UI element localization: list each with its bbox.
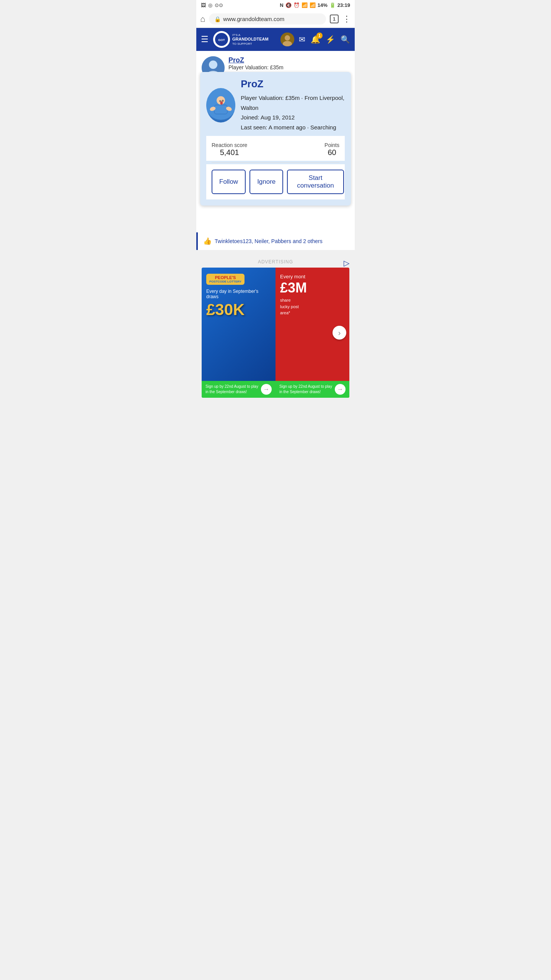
ignore-button[interactable]: Ignore <box>249 170 283 194</box>
advertising-section: ADVERTISING ▷ PEOPLE'S POSTCODE LOTTERY … <box>196 255 355 402</box>
ad-right-text: share lucky post area* <box>280 297 345 316</box>
tooltip-info-block: ProZ Player Valuation: £35m · From Liver… <box>241 78 345 132</box>
status-right: N 🔇 ⏰ 📶 📶 14% 🔋 23:19 <box>280 2 350 8</box>
lottery-logo-bottom: POSTCODE LOTTERY <box>209 280 241 283</box>
svg-point-3 <box>285 35 290 41</box>
tooltip-last-seen: Last seen: A moment ago · Searching <box>241 122 345 132</box>
user-avatar[interactable] <box>280 33 294 46</box>
logo-tagline: TO SUPPORT <box>232 42 269 46</box>
ad-label: ADVERTISING <box>202 259 349 265</box>
ad-right-every-month: Every mont <box>280 274 345 279</box>
stats-row: Reaction score 5,401 Points 60 <box>206 136 345 161</box>
more-menu-button[interactable]: ⋮ <box>342 14 351 24</box>
wifi-icon: 📶 <box>302 2 308 8</box>
lottery-logo-top: PEOPLE'S <box>209 275 241 280</box>
status-bar: 🖼 ◎ ⊙⊙ N 🔇 ⏰ 📶 📶 14% 🔋 23:19 <box>196 0 355 10</box>
status-left-icons: 🖼 ◎ ⊙⊙ <box>201 2 223 8</box>
notification-bell-icon[interactable]: 🔔 1 <box>311 35 320 44</box>
signal-icon: 📶 <box>310 2 316 8</box>
reaction-score-stat: Reaction score 5,401 <box>212 142 247 157</box>
lock-icon: 🔒 <box>214 16 221 22</box>
ad-container: PEOPLE'S POSTCODE LOTTERY Every day in S… <box>202 268 349 398</box>
profile-preview-info: ProZ Player Valuation: £35m <box>228 56 284 70</box>
profile-preview-name[interactable]: ProZ <box>228 56 284 64</box>
mail-icon[interactable]: ✉ <box>299 35 305 44</box>
ad-amount-left: £30K <box>206 302 271 318</box>
tab-count-button[interactable]: 1 <box>330 15 339 23</box>
ad-bottom-banner-left[interactable]: Sign up by 22nd August to play in the Se… <box>202 381 276 398</box>
voicemail-icon: ⊙⊙ <box>215 2 223 8</box>
circle-icon: ◎ <box>208 2 212 8</box>
notification-badge: 1 <box>316 33 323 39</box>
url-bar[interactable]: 🔒 www.grandoldteam.com <box>209 13 326 24</box>
ad-right-line2: lucky post <box>280 304 299 309</box>
stats-divider <box>212 162 339 163</box>
profile-preview-valuation: Player Valuation: £35m <box>228 64 284 70</box>
reaction-score-label: Reaction score <box>212 142 247 148</box>
svg-text:GOT: GOT <box>218 38 225 42</box>
lottery-logo: PEOPLE'S POSTCODE LOTTERY <box>206 274 245 285</box>
browser-bar: ⌂ 🔒 www.grandoldteam.com 1 ⋮ <box>196 10 355 28</box>
ad-right-line3: area* <box>280 310 290 315</box>
ad-amount-right: £3M <box>280 281 345 295</box>
svg-point-15 <box>220 101 223 104</box>
points-value: 60 <box>324 148 339 157</box>
image-icon: 🖼 <box>201 2 206 8</box>
start-conversation-button[interactable]: Start conversation <box>287 170 344 194</box>
logo-sitename: GRANDOLDTEAM <box>232 37 269 41</box>
time: 23:19 <box>337 2 350 8</box>
hamburger-menu-button[interactable]: ☰ <box>201 34 209 44</box>
tooltip-avatar <box>206 88 235 122</box>
reaction-score-value: 5,401 <box>212 148 247 157</box>
tooltip-valuation: Player Valuation: £35m · From Liverpool,… <box>241 93 345 113</box>
ad-arrow-button-left[interactable]: → <box>261 384 272 395</box>
logo-text: IT'S A GRANDOLDTEAM TO SUPPORT <box>232 33 269 46</box>
ad-cta-right: Sign up by 22nd August to play in the Se… <box>279 384 335 395</box>
tooltip-popup: ProZ Player Valuation: £35m · From Liver… <box>200 72 351 206</box>
ad-bottom-banner-right[interactable]: Sign up by 22nd August to play in the Se… <box>276 381 349 398</box>
tooltip-header: ProZ Player Valuation: £35m · From Liver… <box>206 78 345 132</box>
battery-icon: 🔋 <box>329 2 336 8</box>
ad-subtext-left: Every day in September's draws <box>206 289 271 299</box>
tooltip-username[interactable]: ProZ <box>241 78 345 90</box>
alarm-icon: ⏰ <box>293 2 300 8</box>
action-buttons: Follow Ignore Start conversation <box>206 164 345 199</box>
ad-arrow-button-right[interactable]: → <box>335 384 346 395</box>
like-thumb-icon: 👍 <box>203 237 212 245</box>
ad-right-line1: share <box>280 298 291 302</box>
svg-point-6 <box>209 60 217 69</box>
svg-point-14 <box>222 100 224 101</box>
ad-left[interactable]: PEOPLE'S POSTCODE LOTTERY Every day in S… <box>202 268 276 398</box>
nav-icons: ✉ 🔔 1 ⚡ 🔍 <box>299 35 350 44</box>
nav-bar: ☰ GOT IT'S A GRANDOLDTEAM TO SUPPORT ✉ 🔔… <box>196 28 355 51</box>
likes-row: 👍 Twinkletoes123, Neiler, Pabbers and 2 … <box>196 232 355 250</box>
svg-rect-10 <box>214 105 227 114</box>
page-content: ProZ Player Valuation: £35m <box>196 51 355 232</box>
ad-play-icon[interactable]: ▷ <box>344 258 349 268</box>
likes-text: Twinkletoes123, Neiler, Pabbers and 2 ot… <box>215 238 323 244</box>
battery-text: 14% <box>318 2 328 8</box>
logo-circle: GOT <box>213 31 230 48</box>
follow-button[interactable]: Follow <box>212 170 246 194</box>
logo-subtitle: IT'S A <box>232 33 269 37</box>
url-text: www.grandoldteam.com <box>223 16 284 22</box>
search-icon[interactable]: 🔍 <box>341 35 350 44</box>
network-icon: N <box>280 2 283 8</box>
lightning-icon[interactable]: ⚡ <box>326 35 335 44</box>
mute-icon: 🔇 <box>285 2 292 8</box>
points-label: Points <box>324 142 339 148</box>
ad-cta-left: Sign up by 22nd August to play in the Se… <box>205 384 261 395</box>
home-icon[interactable]: ⌂ <box>200 14 205 24</box>
tooltip-joined: Joined: Aug 19, 2012 <box>241 113 345 122</box>
site-logo[interactable]: GOT IT'S A GRANDOLDTEAM TO SUPPORT <box>213 31 276 48</box>
carousel-next-button[interactable]: › <box>333 326 346 340</box>
points-stat: Points 60 <box>324 142 339 157</box>
